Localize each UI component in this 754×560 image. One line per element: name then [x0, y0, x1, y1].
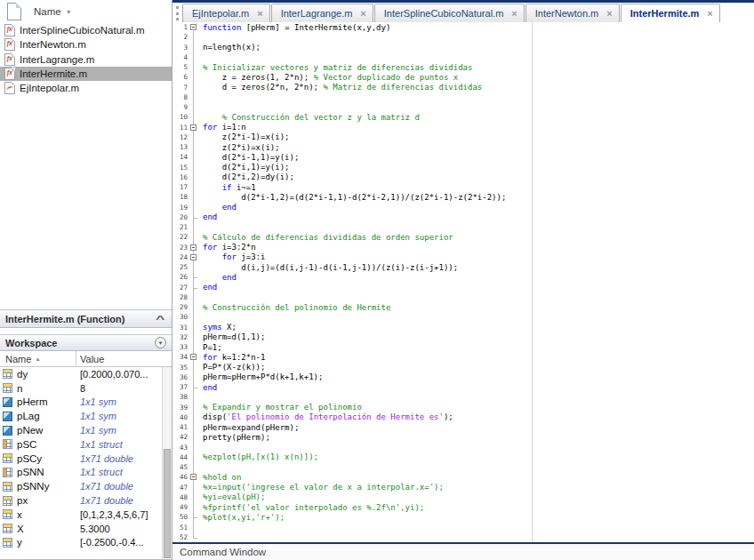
code-text: z = zeros(1, 2*n); % Vector duplicado de… — [199, 73, 458, 82]
workspace-table: dy[0.2000,0.070...n8pHerm1x1 sympLag1x1 … — [0, 367, 172, 560]
fold-collapse-icon[interactable] — [190, 254, 197, 260]
code-text: %hold on — [199, 473, 241, 482]
panel-splitter[interactable] — [0, 328, 172, 334]
sort-caret-icon[interactable]: ▼ — [66, 9, 72, 15]
scrollbar-thumb[interactable] — [164, 449, 171, 558]
code-line: 8 — [172, 92, 754, 102]
variable-value: 5.3000 — [76, 524, 110, 534]
workspace-menu-icon[interactable]: ▼ — [155, 337, 166, 348]
code-line: 30 — [172, 312, 754, 322]
editor-tab[interactable]: EjIntepolar.m× — [182, 4, 270, 22]
code-editor[interactable]: 1function [pHerm] = InterHermite(x,y,dy)… — [172, 22, 754, 542]
workspace-row[interactable]: pSNN1x1 struct — [0, 466, 172, 480]
code-line: 17 if i~=1 — [172, 182, 754, 192]
array-variable-icon — [3, 369, 12, 379]
workspace-row[interactable]: pHerm1x1 sym — [0, 396, 172, 410]
tab-close-icon[interactable]: × — [257, 8, 262, 19]
workspace-row[interactable]: pSNNy1x71 double — [0, 479, 172, 493]
workspace-row[interactable]: dy[0.2000,0.070... — [0, 367, 172, 381]
line-number: 22 — [172, 233, 188, 241]
fold-collapse-icon[interactable] — [190, 474, 197, 480]
code-line: 44%ezplot(pH,[x(1) x(n)]); — [172, 452, 754, 462]
line-number: 25 — [172, 263, 188, 271]
sym-variable-icon — [3, 397, 12, 407]
workspace-row[interactable]: px1x71 double — [0, 493, 172, 508]
editor-tab[interactable]: InterSplineCubicoNatural.m× — [374, 4, 525, 22]
code-line: 1function [pHerm] = InterHermite(x,y,dy) — [172, 22, 754, 32]
tab-close-icon[interactable]: × — [360, 8, 365, 19]
workspace-row[interactable]: pNew1x1 sym — [0, 423, 172, 437]
line-number: 5 — [172, 63, 188, 71]
code-text: %ezplot(pH,[x(1) x(n)]); — [199, 452, 318, 461]
workspace-rows: dy[0.2000,0.070...n8pHerm1x1 sympLag1x1 … — [0, 367, 172, 549]
file-row[interactable]: InterLagrange.m — [0, 52, 172, 67]
line-number: 41 — [172, 423, 188, 431]
variable-name: px — [17, 495, 76, 506]
code-line: 52 — [172, 532, 754, 542]
line-number: 14 — [172, 153, 188, 161]
workspace-row[interactable]: pSC1x1 struct — [0, 437, 172, 452]
file-row[interactable]: EjIntepolar.m — [0, 81, 172, 95]
fold-collapse-icon[interactable] — [190, 354, 197, 360]
variable-value: [0.2000,0.070... — [76, 369, 148, 380]
code-line: 31syms X; — [172, 323, 754, 332]
editor-tab[interactable]: InterHermite.m× — [621, 4, 720, 22]
file-row[interactable]: InterNewton.m — [0, 37, 172, 52]
line-number: 24 — [172, 253, 188, 261]
collapse-chevron-icon[interactable]: ^ — [156, 314, 164, 324]
code-text: pretty(pHerm); — [199, 433, 270, 442]
code-text: %fprintf('el valor interpolado es %.2f\n… — [199, 503, 424, 512]
workspace-row[interactable]: X5.3000 — [0, 522, 172, 536]
line-number: 15 — [172, 164, 188, 172]
line-number: 42 — [172, 433, 188, 441]
command-window-bar[interactable]: Command Window — [172, 542, 754, 560]
name-column-header[interactable]: Name — [34, 6, 61, 17]
name-column[interactable]: Name ▲ — [0, 351, 76, 366]
variable-name: pHerm — [17, 396, 76, 407]
variable-value: 8 — [76, 383, 85, 394]
file-row[interactable]: InterHermite.m — [0, 67, 172, 81]
tab-close-icon[interactable]: × — [511, 8, 517, 19]
current-folder-panel[interactable]: Name ▼ InterSplineCubicoNatural.mInterNe… — [0, 0, 172, 309]
code-text: function [pHerm] = InterHermite(x,y,dy) — [199, 23, 390, 32]
tabstrip-grip-handle[interactable] — [176, 6, 179, 20]
workspace-row[interactable]: pLag1x1 sym — [0, 409, 172, 423]
line-number: 9 — [172, 103, 188, 111]
line-number: 11 — [172, 124, 188, 132]
workspace-row[interactable]: pSCy1x71 double — [0, 452, 172, 466]
code-line: 33P=1; — [172, 342, 754, 352]
code-text: end — [199, 203, 237, 212]
file-details-bar[interactable]: InterHermite.m (Function) ^ — [0, 309, 172, 328]
code-line: 35P=P*(X-z(k)); — [172, 363, 754, 372]
tab-close-icon[interactable]: × — [707, 8, 712, 19]
fold-scope-end — [193, 218, 197, 219]
file-name: InterSplineCubicoNatural.m — [20, 25, 145, 36]
tab-close-icon[interactable]: × — [606, 8, 612, 19]
workspace-header[interactable]: Workspace ▼ — [0, 334, 172, 351]
code-text: d(2*i,2)=dy(i); — [199, 172, 294, 181]
code-text: for k=1:2*n-1 — [199, 353, 265, 362]
workspace-row[interactable]: n8 — [0, 381, 172, 396]
editor-tab[interactable]: InterNewton.m× — [525, 4, 620, 22]
fold-collapse-icon[interactable] — [190, 244, 197, 251]
file-row[interactable]: InterSplineCubicoNatural.m — [0, 23, 172, 37]
tab-label: InterHermite.m — [630, 8, 700, 19]
workspace-scrollbar[interactable] — [162, 367, 172, 559]
code-line: 36pHerm=pHerm+P*d(k+1,k+1); — [172, 372, 754, 382]
fold-collapse-icon[interactable] — [190, 124, 197, 131]
variable-name: pSCy — [17, 453, 76, 464]
code-lines: 1function [pHerm] = InterHermite(x,y,dy)… — [172, 22, 754, 542]
workspace-row[interactable]: y[-0.2500,-0.4... — [0, 536, 172, 550]
value-column[interactable]: Value — [76, 351, 172, 366]
array-variable-icon — [3, 496, 12, 506]
line-number: 32 — [172, 333, 188, 341]
code-line: 34for k=1:2*n-1 — [172, 352, 754, 362]
workspace-row[interactable]: x[0,1,2,3,4,5,6,7] — [0, 508, 172, 522]
line-number: 18 — [172, 193, 188, 201]
code-line: 21 — [172, 222, 754, 232]
line-number: 49 — [172, 503, 188, 511]
editor-tab[interactable]: InterLagrange.m× — [271, 4, 373, 22]
tab-label: EjIntepolar.m — [192, 8, 249, 19]
function-file-icon — [4, 68, 15, 80]
fold-collapse-icon[interactable] — [190, 24, 197, 30]
